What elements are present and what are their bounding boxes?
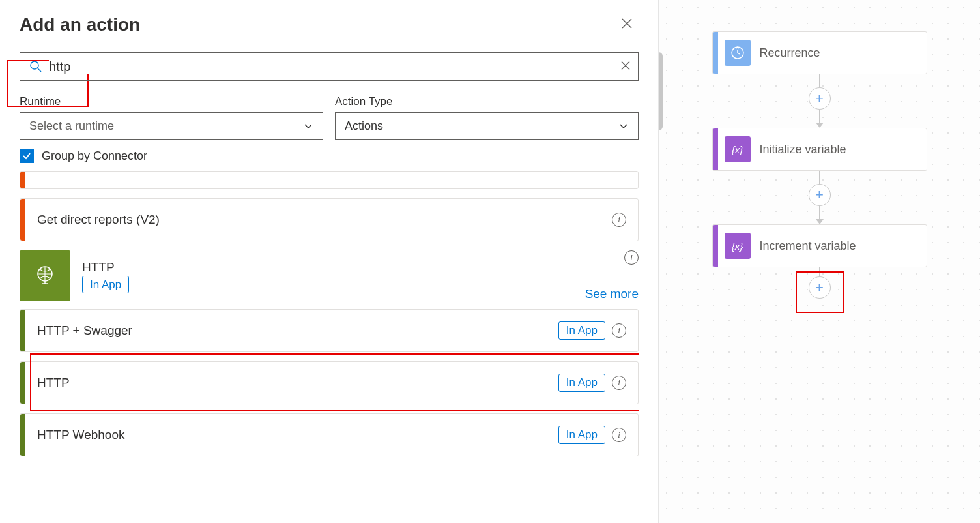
add-step-button[interactable]: + (809, 276, 831, 299)
node-label: Initialize variable (760, 143, 846, 157)
group-by-connector-label: Group by Connector (42, 149, 147, 163)
flow-node-increment-variable[interactable]: {x} Increment variable (712, 224, 927, 267)
http-connector-icon (20, 250, 70, 301)
in-app-badge[interactable]: In App (558, 426, 605, 444)
action-type-value: Actions (345, 119, 383, 133)
flow-node-initialize-variable[interactable]: {x} Initialize variable (712, 128, 927, 171)
action-item-http-webhook[interactable]: HTTP Webhook In App i (20, 413, 639, 456)
action-type-dropdown[interactable]: Actions (335, 112, 639, 140)
action-item-http-swagger[interactable]: HTTP + Swagger In App i (20, 309, 639, 352)
action-item-http[interactable]: HTTP In App i (20, 361, 639, 404)
variable-icon: {x} (725, 136, 751, 162)
runtime-label: Runtime (20, 95, 323, 108)
action-label: HTTP (37, 376, 558, 390)
action-label: HTTP + Swagger (37, 323, 558, 338)
workflow-canvas[interactable]: Recurrence + {x} Initialize variable + {… (658, 0, 980, 523)
node-label: Recurrence (760, 46, 820, 60)
search-input[interactable] (49, 59, 612, 74)
info-icon[interactable]: i (612, 323, 626, 338)
info-icon[interactable]: i (624, 250, 639, 265)
add-step-button[interactable]: + (809, 87, 831, 110)
info-icon[interactable]: i (612, 376, 626, 390)
clock-icon (725, 40, 751, 66)
flow-node-recurrence[interactable]: Recurrence (712, 31, 927, 74)
add-step-button[interactable]: + (809, 184, 831, 206)
add-action-panel: Add an action Runtime Select a runtime (0, 0, 658, 523)
action-item[interactable]: Get direct reports (V2) i (20, 198, 639, 241)
node-label: Increment variable (760, 239, 856, 253)
search-box[interactable] (20, 52, 639, 81)
search-icon (29, 60, 42, 73)
connector-name: HTTP (82, 260, 129, 275)
chevron-down-icon (618, 121, 629, 131)
close-icon (620, 17, 633, 30)
action-type-label: Action Type (335, 95, 639, 108)
action-label: HTTP Webhook (37, 428, 558, 442)
scrollbar[interactable] (658, 52, 663, 130)
globe-icon (32, 263, 58, 289)
close-icon (620, 61, 631, 71)
see-more-link[interactable]: See more (585, 287, 639, 301)
info-icon[interactable]: i (612, 428, 626, 442)
in-app-badge[interactable]: In App (558, 321, 605, 340)
panel-title: Add an action (20, 14, 140, 35)
variable-icon: {x} (725, 233, 751, 259)
group-by-connector-checkbox[interactable] (20, 149, 34, 163)
action-item[interactable] (20, 171, 639, 189)
chevron-down-icon (303, 121, 313, 131)
clear-search-button[interactable] (620, 59, 631, 74)
in-app-badge[interactable]: In App (558, 374, 605, 392)
connector-header: HTTP In App i See more (20, 250, 639, 301)
runtime-dropdown[interactable]: Select a runtime (20, 112, 323, 140)
runtime-value: Select a runtime (29, 119, 114, 133)
info-icon[interactable]: i (612, 213, 626, 227)
action-results-list: Get direct reports (V2) i HTTP In App i (20, 171, 639, 523)
close-panel-button[interactable] (615, 13, 639, 37)
svg-point-0 (31, 61, 38, 69)
check-icon (22, 151, 31, 160)
in-app-badge[interactable]: In App (82, 276, 129, 293)
action-label: Get direct reports (V2) (37, 213, 612, 227)
